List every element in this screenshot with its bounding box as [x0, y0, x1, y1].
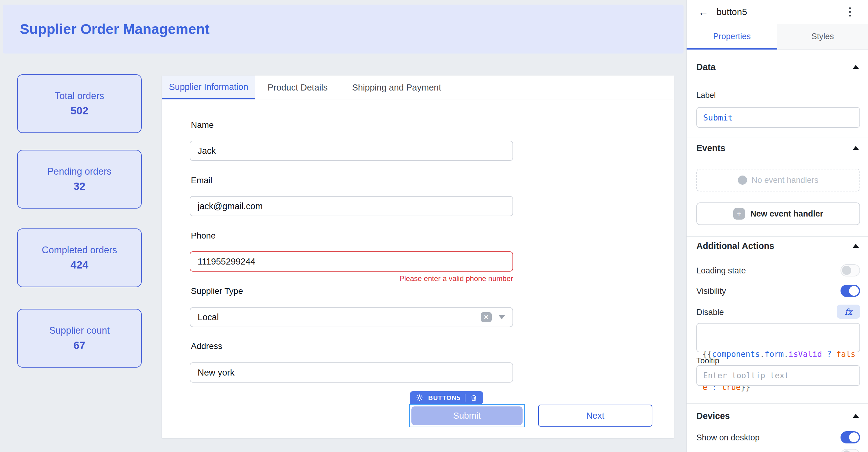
collapse-caret-icon[interactable]	[853, 146, 859, 150]
tab-product-details[interactable]: Product Details	[255, 76, 340, 100]
loading-state-toggle[interactable]	[840, 264, 860, 277]
trash-icon[interactable]	[470, 394, 478, 402]
address-input[interactable]	[190, 362, 513, 383]
tab-properties[interactable]: Properties	[687, 24, 777, 49]
disable-label: Disable	[696, 308, 724, 317]
next-button[interactable]: Next	[538, 404, 652, 427]
clear-selection-icon[interactable]: ✕	[481, 312, 492, 322]
additional-actions-heading: Additional Actions	[696, 241, 774, 251]
supplier-type-select[interactable]: Local ✕	[190, 307, 513, 327]
widget-name-label: BUTTON5	[428, 394, 461, 401]
fx-button[interactable]: fx	[837, 305, 860, 319]
stat-label: Supplier count	[49, 325, 110, 336]
stat-value: 67	[73, 339, 86, 351]
stat-card-completed-orders[interactable]: Completed orders 424	[17, 228, 142, 287]
phone-label: Phone	[191, 231, 216, 241]
section-divider	[687, 138, 868, 138]
label-value-input[interactable]	[696, 107, 860, 128]
section-divider	[687, 403, 868, 404]
no-event-handlers-box: i No event handlers	[696, 169, 860, 192]
collapse-caret-icon[interactable]	[853, 244, 859, 248]
tab-shipping-and-payment[interactable]: Shipping and Payment	[340, 76, 454, 100]
loading-state-label: Loading state	[696, 266, 746, 276]
phone-error-message: Please enter a valid phone number	[190, 274, 513, 283]
data-section-heading: Data	[696, 62, 716, 72]
stat-value: 32	[73, 180, 86, 192]
show-on-desktop-toggle[interactable]	[840, 431, 860, 444]
page-title: Supplier Order Management	[20, 21, 210, 37]
events-section-heading: Events	[696, 143, 725, 153]
plus-icon: +	[733, 208, 745, 220]
name-input[interactable]	[190, 141, 513, 161]
back-arrow-icon[interactable]: ←	[698, 7, 709, 17]
new-event-handler-label: New event handler	[750, 209, 824, 219]
stat-card-pending-orders[interactable]: Pending orders 32	[17, 150, 142, 208]
stat-value: 502	[70, 105, 88, 117]
tooltip-input[interactable]	[696, 365, 860, 386]
inspector-tabbar: Properties Styles	[687, 24, 868, 50]
form-container: Supplier Information Product Details Shi…	[162, 76, 674, 438]
supplier-type-label: Supplier Type	[191, 286, 243, 296]
visibility-label: Visibility	[696, 287, 726, 296]
email-label: Email	[191, 175, 212, 185]
app-canvas: Supplier Order Management Total orders 5…	[0, 0, 686, 452]
disable-expression-editor[interactable]: {{components.form.isValid ? fals e : tru…	[696, 323, 860, 352]
widget-title: button5	[716, 7, 747, 17]
gear-icon[interactable]	[415, 394, 424, 402]
page-header-banner: Supplier Order Management	[3, 5, 684, 54]
phone-input[interactable]	[190, 251, 513, 272]
submit-button[interactable]: Submit	[411, 406, 523, 425]
stat-card-supplier-count[interactable]: Supplier count 67	[17, 309, 142, 368]
app-root: Supplier Order Management Total orders 5…	[0, 0, 868, 452]
name-label: Name	[191, 120, 214, 130]
stat-label: Total orders	[55, 90, 104, 102]
code-line: {{components.form.isValid ? fals	[703, 349, 854, 360]
visibility-toggle[interactable]	[840, 285, 860, 297]
tooltip-label: Tooltip	[696, 356, 719, 365]
no-event-handlers-text: No event handlers	[751, 175, 818, 185]
stat-card-total-orders[interactable]: Total orders 502	[17, 74, 142, 133]
tab-supplier-information[interactable]: Supplier Information	[162, 76, 255, 100]
supplier-type-value: Local	[197, 312, 481, 322]
show-on-mobile-toggle[interactable]	[840, 449, 860, 452]
label-field-label: Label	[696, 90, 716, 100]
show-on-desktop-label: Show on desktop	[696, 433, 760, 443]
chevron-down-icon[interactable]	[498, 315, 505, 319]
devices-section-heading: Devices	[696, 411, 730, 421]
stat-label: Pending orders	[47, 166, 112, 177]
new-event-handler-button[interactable]: + New event handler	[696, 202, 860, 225]
stat-value: 424	[70, 259, 88, 271]
collapse-caret-icon[interactable]	[853, 414, 859, 418]
widget-inspector-panel: ← button5 Properties Styles Data Label E…	[686, 0, 868, 452]
address-label: Address	[191, 341, 222, 351]
tab-styles[interactable]: Styles	[777, 24, 868, 49]
widget-selection-outline[interactable]: Submit	[409, 404, 525, 427]
email-input[interactable]	[190, 196, 513, 216]
selected-widget-tag[interactable]: BUTTON5	[410, 391, 483, 404]
tag-divider	[465, 394, 465, 401]
kebab-menu-icon[interactable]	[849, 7, 851, 17]
form-tabbar: Supplier Information Product Details Shi…	[162, 76, 674, 100]
info-icon: i	[738, 175, 747, 185]
collapse-caret-icon[interactable]	[853, 65, 859, 69]
inspector-header: ← button5	[687, 0, 868, 24]
section-divider	[687, 236, 868, 237]
stat-label: Completed orders	[42, 245, 117, 256]
